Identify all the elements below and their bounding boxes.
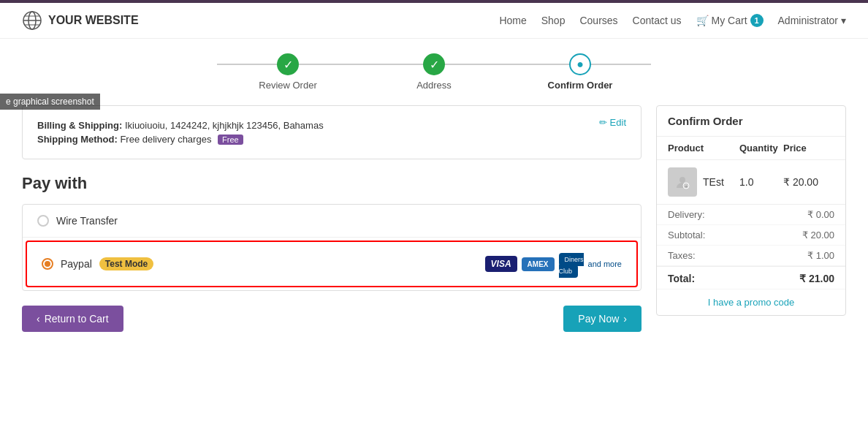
amex-icon: AMEX [522, 257, 555, 271]
chevron-right-icon: › [623, 313, 627, 325]
nav-cart[interactable]: 🛒 My Cart 1 [696, 14, 764, 27]
taxes-value: ₹ 1.00 [807, 250, 834, 261]
globe-icon [22, 10, 42, 31]
col-price: Price [783, 143, 834, 154]
svg-point-5 [679, 177, 685, 183]
diners-icon-container: DinersClub [559, 252, 584, 276]
edit-icon: ✏ [599, 117, 607, 128]
billing-address-value: Ikiuoiuoiu, 1424242, kjhjkhjk 123456, Ba… [125, 120, 324, 131]
chevron-left-icon: ‹ [37, 313, 40, 325]
test-mode-badge: Test Mode [99, 257, 153, 270]
paypal-label: Paypal [61, 258, 92, 270]
progress-bar: ✓ Review Order ✓ Address ● Confirm Order [0, 39, 868, 98]
cart-label: My Cart [712, 15, 747, 26]
product-price: ₹ 20.00 [783, 176, 834, 188]
and-more-text: and more [588, 260, 622, 268]
step-review-order: ✓ Review Order [215, 53, 361, 91]
free-badge: Free [218, 135, 243, 145]
product-thumbnail: + [668, 167, 697, 197]
subtotal-label: Subtotal: [668, 230, 705, 241]
step1-label: Review Order [259, 80, 316, 91]
shipping-label: Shipping Method: [37, 134, 118, 145]
pay-now-button[interactable]: Pay Now › [563, 306, 642, 332]
taxes-row: Taxes: ₹ 1.00 [657, 246, 845, 266]
taxes-label: Taxes: [668, 250, 696, 261]
product-quantity: 1.0 [739, 176, 783, 188]
step-address: ✓ Address [361, 53, 507, 91]
billing-label: Billing & Shipping: [37, 120, 122, 131]
paypal-option[interactable]: Paypal Test Mode VISA AMEX DinersClub an… [26, 241, 638, 287]
wire-transfer-option[interactable]: Wire Transfer [23, 205, 641, 238]
header: YOUR WEBSITE Home Shop Courses Contact u… [0, 3, 868, 39]
subtotal-value: ₹ 20.00 [802, 230, 834, 241]
order-summary-title: Confirm Order [657, 106, 845, 137]
svg-text:+: + [685, 183, 688, 190]
total-label: Total: [668, 273, 695, 284]
delivery-value: ₹ 0.00 [807, 209, 834, 220]
action-buttons: ‹ Return to Cart Pay Now › [22, 306, 642, 332]
return-to-cart-button[interactable]: ‹ Return to Cart [22, 306, 123, 332]
product-row: + TEst 1.0 ₹ 20.00 [657, 160, 845, 205]
visa-icon: VISA [485, 256, 517, 272]
nav-shop[interactable]: Shop [541, 15, 566, 26]
promo-code-link[interactable]: I have a promo code [657, 289, 845, 315]
step1-circle: ✓ [277, 53, 299, 75]
total-value: ₹ 21.00 [799, 273, 834, 284]
nav: Home Shop Courses Contact us 🛒 My Cart 1… [499, 14, 846, 27]
logo[interactable]: YOUR WEBSITE [22, 10, 139, 31]
diners-club-icon: DinersClub [559, 253, 584, 278]
delivery-label: Delivery: [668, 209, 705, 220]
summary-header: Product Quantity Price [657, 137, 845, 160]
pay-label: Pay Now [578, 313, 619, 325]
card-icons: VISA AMEX DinersClub and more [485, 252, 622, 276]
screenshot-label: e graphical screenshot [0, 94, 100, 110]
return-label: Return to Cart [45, 313, 109, 325]
step2-circle: ✓ [423, 53, 445, 75]
billing-info: Billing & Shipping: Ikiuoiuoiu, 1424242,… [37, 117, 324, 148]
step2-label: Address [416, 80, 452, 91]
cart-badge: 1 [750, 14, 764, 27]
chevron-down-icon: ▾ [841, 15, 846, 26]
col-quantity: Quantity [739, 143, 783, 154]
col-product: Product [668, 143, 739, 154]
admin-label: Administrator [778, 15, 838, 26]
step-confirm-order: ● Confirm Order [507, 53, 653, 91]
wire-transfer-label: Wire Transfer [56, 215, 118, 227]
admin-button[interactable]: Administrator ▾ [778, 15, 846, 26]
pay-with-title: Pay with [22, 174, 642, 193]
nav-courses[interactable]: Courses [579, 15, 617, 26]
edit-link[interactable]: ✏ Edit [599, 117, 626, 128]
paypal-radio[interactable] [42, 258, 53, 270]
payment-options: Wire Transfer Paypal Test Mode VISA AMEX… [22, 204, 642, 291]
product-cell: + TEst [668, 167, 739, 197]
shipping-method: Shipping Method: Free delivery charges F… [37, 134, 324, 145]
billing-box: Billing & Shipping: Ikiuoiuoiu, 1424242,… [22, 105, 642, 159]
wire-transfer-radio[interactable] [37, 215, 49, 227]
cart-icon: 🛒 [696, 15, 709, 26]
billing-address: Billing & Shipping: Ikiuoiuoiu, 1424242,… [37, 120, 324, 131]
left-panel: Billing & Shipping: Ikiuoiuoiu, 1424242,… [22, 105, 656, 332]
delivery-row: Delivery: ₹ 0.00 [657, 205, 845, 225]
edit-text: Edit [610, 117, 626, 128]
logo-text: YOUR WEBSITE [48, 14, 139, 27]
nav-contact[interactable]: Contact us [633, 15, 682, 26]
step3-circle: ● [569, 53, 591, 75]
step3-label: Confirm Order [548, 80, 613, 91]
total-row: Total: ₹ 21.00 [657, 266, 845, 289]
order-summary-panel: Confirm Order Product Quantity Price + T… [656, 105, 846, 316]
main-container: Billing & Shipping: Ikiuoiuoiu, 1424242,… [0, 98, 868, 347]
product-name: TEst [703, 176, 724, 188]
nav-home[interactable]: Home [499, 15, 526, 26]
shipping-value: Free delivery charges [120, 134, 211, 145]
subtotal-row: Subtotal: ₹ 20.00 [657, 225, 845, 246]
